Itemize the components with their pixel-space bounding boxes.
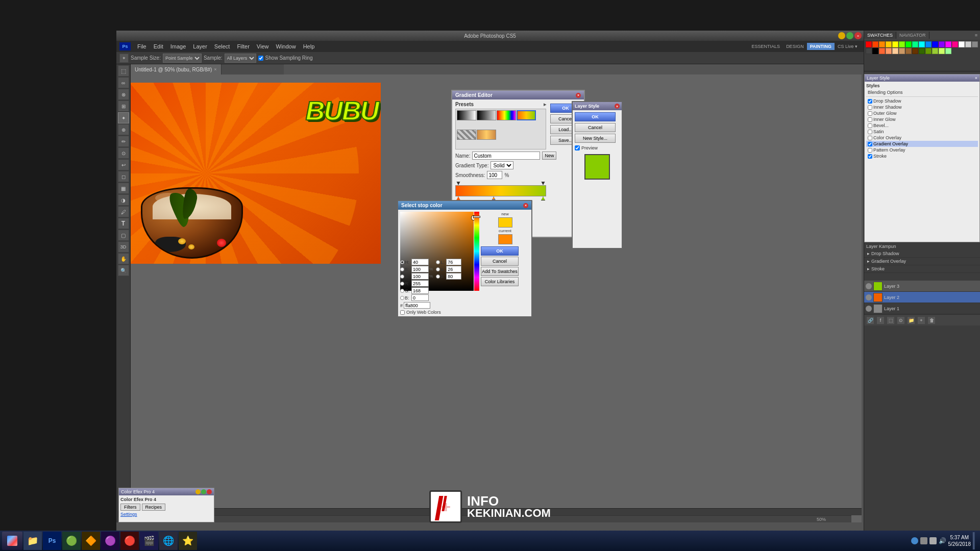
swatch-21[interactable] [892, 48, 898, 54]
preset-5[interactable] [457, 130, 476, 140]
swatch-10[interactable] [932, 41, 938, 47]
workspace-painting[interactable]: PAINTING [807, 43, 835, 50]
menu-image[interactable]: Image [167, 42, 190, 51]
menu-window[interactable]: Window [273, 42, 300, 51]
swatch-12[interactable] [945, 41, 951, 47]
taskbar-chrome[interactable]: 🌐 [159, 532, 178, 550]
tool-history[interactable]: ↩ [118, 159, 129, 170]
swatch-8[interactable] [919, 41, 925, 47]
tray-icon-2[interactable] [920, 537, 927, 544]
layer-mask-btn[interactable]: ⬚ [887, 316, 895, 324]
tab-swatches[interactable]: SWATCHES [864, 32, 896, 39]
l-radio[interactable] [436, 260, 440, 264]
tool-shape[interactable]: ▢ [118, 230, 129, 241]
ls-satin[interactable]: Satin [866, 129, 978, 135]
panel-menu-btn[interactable]: ≡ [972, 32, 980, 39]
ls-new-style-btn[interactable]: New Style... [575, 134, 616, 143]
close-btn[interactable]: × [854, 32, 862, 39]
tool-gradient[interactable]: ▦ [118, 183, 129, 194]
ge-name-input[interactable] [472, 152, 540, 160]
menu-select[interactable]: Select [211, 42, 234, 51]
a-radio[interactable] [436, 267, 440, 271]
layer-fx-btn[interactable]: f [876, 316, 885, 324]
taskbar-ps[interactable]: Ps [43, 532, 61, 550]
b3-input[interactable] [411, 294, 429, 301]
menu-filter[interactable]: Filter [233, 42, 253, 51]
ls-ok-btn[interactable]: OK [575, 112, 616, 121]
layer-1-item[interactable]: Layer 1 [864, 303, 980, 314]
ls-blending[interactable]: Blending Options [866, 89, 978, 95]
swatch-5[interactable] [899, 41, 905, 47]
tool-brush[interactable]: ✏ [118, 136, 129, 147]
doc-tab[interactable]: Untitled-1 @ 50% (bubu, RGB/8#) × [131, 64, 222, 74]
cep-filters-btn[interactable]: Filters [120, 504, 140, 511]
swatch-11[interactable] [939, 41, 945, 47]
r-radio[interactable] [400, 282, 404, 286]
tab-navigator[interactable]: NAVIGATOR [896, 32, 929, 39]
b-radio[interactable] [400, 274, 404, 279]
preset-3[interactable] [497, 110, 516, 120]
swatch-0[interactable] [866, 41, 872, 47]
ge-smoothness-input[interactable] [487, 171, 502, 179]
a-input[interactable] [446, 266, 461, 272]
swatch-13[interactable] [952, 41, 958, 47]
swatch-20[interactable] [886, 48, 892, 54]
ls-pattern-overlay[interactable]: Pattern Overlay [866, 147, 978, 153]
swatch-14[interactable] [959, 41, 965, 47]
swatch-3[interactable] [886, 41, 892, 47]
preset-1[interactable] [457, 110, 476, 120]
swatch-1[interactable] [872, 41, 878, 47]
h-radio[interactable] [400, 260, 404, 264]
ls-color-overlay[interactable]: Color Overlay [866, 135, 978, 141]
swatch-27[interactable] [932, 48, 938, 54]
swatch-22[interactable] [899, 48, 905, 54]
tool-eraser[interactable]: ◻ [118, 171, 129, 182]
cep-max-btn[interactable] [201, 489, 206, 494]
ge-new-btn[interactable]: New [542, 152, 556, 160]
tool-crop[interactable]: ⊞ [118, 101, 129, 112]
b2-radio[interactable] [436, 274, 440, 279]
swatch-2[interactable] [879, 41, 885, 47]
hex-input[interactable] [404, 302, 430, 309]
ls-inner-shadow[interactable]: Inner Shadow [866, 104, 978, 110]
g-radio[interactable] [400, 289, 404, 293]
ls-gradient-overlay[interactable]: Gradient Overlay [866, 141, 978, 147]
preset-2[interactable] [477, 110, 496, 120]
taskbar-media[interactable]: 🔴 [120, 532, 139, 550]
b2-input[interactable] [446, 273, 461, 280]
s-radio[interactable] [400, 267, 404, 271]
taskbar-files[interactable]: 📁 [23, 532, 42, 550]
effect-gradient-overlay[interactable]: ▸Gradient Overlay [864, 258, 980, 265]
tool-quicksel[interactable]: ⊗ [118, 89, 129, 100]
menu-view[interactable]: View [253, 42, 273, 51]
volume-icon[interactable]: 🔊 [939, 537, 946, 544]
sample-select[interactable]: All Layers [225, 54, 256, 63]
tool-heal[interactable]: ⊕ [118, 124, 129, 135]
ls-preview-check[interactable] [575, 145, 580, 151]
s-input[interactable] [411, 266, 429, 272]
layer-group-btn[interactable]: 📁 [907, 316, 915, 324]
ge-type-select[interactable]: Solid [491, 161, 513, 169]
minimize-btn[interactable] [838, 32, 845, 39]
ls-bevel[interactable]: Bevel... [866, 122, 978, 129]
g-input[interactable] [411, 287, 429, 294]
effect-drop-shadow[interactable]: ▸Drop Shadow [864, 250, 980, 258]
b-input[interactable] [411, 273, 429, 280]
effect-stroke[interactable]: ▸Stroke [864, 265, 980, 273]
ge-color-stop-2[interactable] [541, 196, 545, 201]
taskbar-ae[interactable]: 🎬 [140, 532, 158, 550]
swatch-6[interactable] [905, 41, 912, 47]
tool-pen[interactable]: 🖊 [118, 206, 129, 217]
swatch-15[interactable] [965, 41, 971, 47]
ls-stroke[interactable]: Stroke [866, 153, 978, 159]
taskbar-ai[interactable]: 🔶 [82, 532, 100, 550]
layer-2-item[interactable]: Layer 2 [864, 292, 980, 303]
layer3-eye[interactable] [866, 283, 872, 289]
cs-live-btn[interactable]: CS Live ▾ [835, 43, 861, 50]
show-desktop-btn[interactable] [973, 532, 975, 549]
tool-lasso[interactable]: ∞ [118, 77, 129, 88]
layer2-eye[interactable] [866, 294, 872, 300]
tray-icon-3[interactable] [929, 537, 937, 544]
menu-help[interactable]: Help [300, 42, 318, 51]
swatch-17[interactable] [866, 48, 872, 54]
